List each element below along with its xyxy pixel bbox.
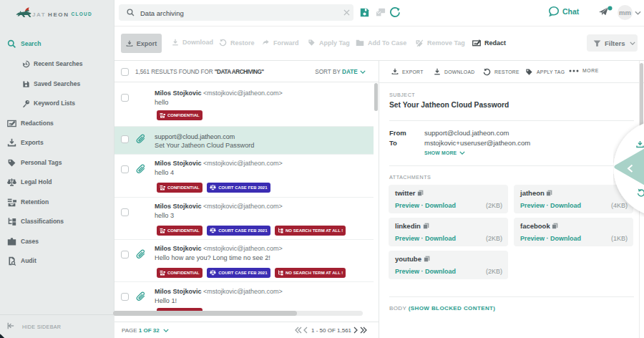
svg-text:JAT: JAT bbox=[32, 11, 46, 18]
svg-text:CLOUD: CLOUD bbox=[72, 11, 93, 16]
svg-text:HEON: HEON bbox=[48, 11, 69, 18]
